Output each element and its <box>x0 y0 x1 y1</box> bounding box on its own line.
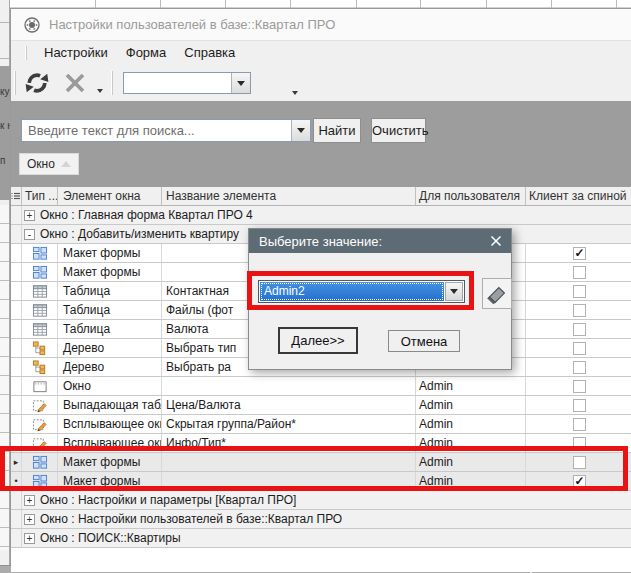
toolbar-grip <box>14 71 16 95</box>
table-row[interactable]: • Макет формы Admin <box>11 472 631 491</box>
expand-button[interactable]: + <box>24 514 35 525</box>
client-checkbox[interactable] <box>573 361 586 374</box>
row-lines-icon <box>11 191 21 201</box>
group-row[interactable]: +Окно : Настройки и параметры [Квартал П… <box>11 491 631 510</box>
value-combobox[interactable]: Admin2 <box>258 280 465 303</box>
expand-button[interactable]: + <box>24 210 35 221</box>
tree-icon <box>32 360 48 375</box>
chevron-down-icon <box>450 289 458 294</box>
client-checkbox[interactable] <box>573 418 586 431</box>
expand-button[interactable]: + <box>24 495 35 506</box>
table-row[interactable]: Окно Admin <box>11 377 631 396</box>
grid-header-row: Тип ... Элемент окна Название элемента Д… <box>11 187 631 206</box>
window-icon <box>32 379 48 394</box>
client-checkbox[interactable] <box>573 456 586 469</box>
expand-button[interactable]: + <box>24 533 35 544</box>
window-titlebar: Настройки пользователей в базе::Квартал … <box>11 9 631 41</box>
menu-bar: Настройки Форма Справка <box>11 41 631 65</box>
client-checkbox[interactable] <box>573 266 586 279</box>
menu-settings[interactable]: Настройки <box>35 41 117 65</box>
menu-grip <box>25 46 27 60</box>
cancel-button[interactable]: Отмена <box>388 330 460 352</box>
eraser-button[interactable] <box>482 278 512 309</box>
client-checkbox[interactable] <box>573 323 586 336</box>
dialog-titlebar[interactable]: Выберите значение: <box>249 229 511 253</box>
client-checkbox[interactable] <box>573 247 586 260</box>
search-combobox-arrow[interactable] <box>291 120 310 141</box>
toolbar-overflow-arrow[interactable] <box>292 91 298 95</box>
table-row[interactable]: Всплывающее окно Инфо/Тип* Admin <box>11 434 631 453</box>
table-row[interactable]: ▸ Макет формы Admin <box>11 453 631 472</box>
close-icon <box>490 235 502 247</box>
form-layout-icon <box>32 246 48 261</box>
form-layout-icon <box>32 455 48 470</box>
client-checkbox[interactable] <box>573 380 586 393</box>
toolbar-combobox[interactable] <box>123 72 251 94</box>
group-by-field: Окно <box>20 157 61 171</box>
client-checkbox[interactable] <box>573 285 586 298</box>
table-row[interactable]: Всплывающее окно Скрытая группа/Район* A… <box>11 415 631 434</box>
chevron-down-icon <box>297 128 305 133</box>
delete-button[interactable] <box>57 68 93 98</box>
value-combobox-arrow[interactable] <box>445 282 463 301</box>
column-header-user[interactable]: Для пользователя <box>416 187 526 205</box>
collapse-button[interactable]: - <box>24 229 35 240</box>
group-row[interactable]: +Окно : ПОИСК::Квартиры <box>11 529 631 548</box>
client-checkbox[interactable] <box>573 342 586 355</box>
sort-ascending-icon <box>61 161 71 167</box>
form-layout-icon <box>32 265 48 280</box>
table-row[interactable]: Выпадающая таблица Цена/Валюта Admin <box>11 396 631 415</box>
group-row[interactable]: +Окно : Главная форма Квартал ПРО 4 <box>11 206 631 225</box>
chevron-down-icon <box>237 81 245 86</box>
table-icon <box>32 303 48 318</box>
grid-header-indicator <box>11 187 22 205</box>
group-row[interactable]: +Окно : Настройки пользователей в базе::… <box>11 510 631 529</box>
edited-row-marker: • <box>11 472 22 490</box>
window-title: Настройки пользователей в базе::Квартал … <box>49 9 335 40</box>
column-header-element[interactable]: Элемент окна <box>58 187 162 205</box>
toolbar-combobox-arrow[interactable] <box>231 73 250 93</box>
value-combobox-selected: Admin2 <box>260 282 444 301</box>
popup-edit-icon <box>32 398 48 413</box>
popup-edit-icon <box>32 417 48 432</box>
toolbar-overflow-arrow[interactable] <box>97 89 103 93</box>
table-icon <box>32 284 48 299</box>
column-header-name[interactable]: Название элемента <box>162 187 416 205</box>
table-icon <box>32 322 48 337</box>
toolbar-combobox-value <box>124 73 231 93</box>
eraser-icon <box>484 281 510 307</box>
refresh-icon <box>24 70 50 96</box>
background-strip-top <box>0 0 631 8</box>
group-by-chip[interactable]: Окно <box>19 153 79 175</box>
filter-panel: Найти Очистить Окно <box>11 101 631 187</box>
focused-row-arrow: ▸ <box>11 453 22 471</box>
menu-form[interactable]: Форма <box>117 41 176 65</box>
toolbar <box>11 65 631 101</box>
popup-edit-icon <box>32 436 48 451</box>
close-button[interactable] <box>481 229 511 253</box>
menu-help[interactable]: Справка <box>175 41 244 65</box>
form-layout-icon <box>32 474 48 489</box>
client-checkbox[interactable] <box>573 399 586 412</box>
next-button[interactable]: Далее>> <box>278 327 358 354</box>
toolbar-grip <box>111 71 113 95</box>
search-input[interactable] <box>22 120 291 141</box>
find-button[interactable]: Найти <box>313 118 361 143</box>
client-checkbox[interactable] <box>573 437 586 450</box>
refresh-button[interactable] <box>19 68 55 98</box>
choose-value-dialog: Выберите значение: Admin2 Далее>> Отмена <box>248 228 512 370</box>
search-combobox[interactable] <box>21 119 311 142</box>
column-header-type[interactable]: Тип ... <box>22 187 58 205</box>
client-checkbox[interactable] <box>573 304 586 317</box>
dialog-title: Выберите значение: <box>249 234 481 249</box>
delete-icon <box>63 71 87 95</box>
background-strip-left: кур к н п <box>0 0 10 573</box>
tree-icon <box>32 341 48 356</box>
gear-icon <box>24 17 40 33</box>
client-checkbox[interactable] <box>573 475 586 488</box>
column-header-client[interactable]: Клиент за спиной <box>526 187 631 205</box>
background-text-fragment: п <box>0 155 5 166</box>
clear-button[interactable]: Очистить <box>371 118 426 143</box>
